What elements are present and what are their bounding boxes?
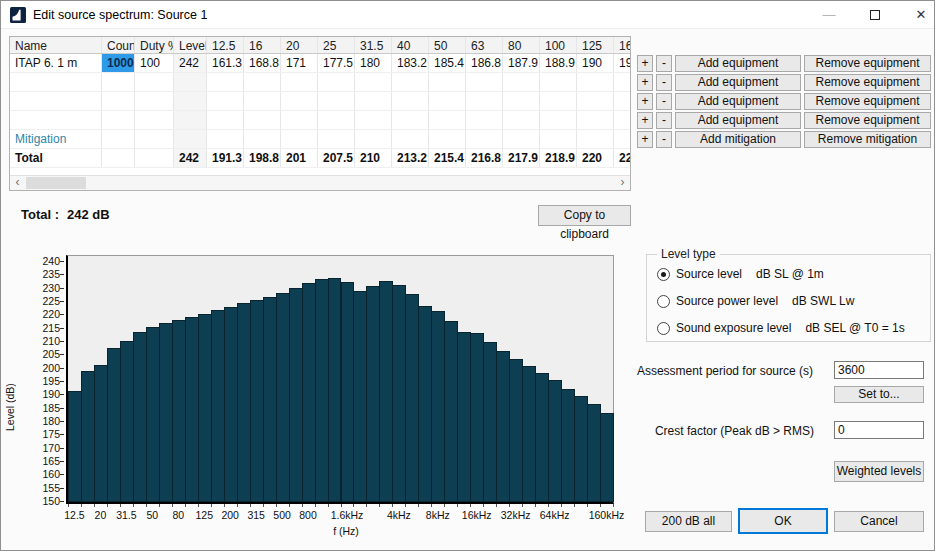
table-cell[interactable] xyxy=(503,130,540,148)
table-cell[interactable] xyxy=(318,130,355,148)
table-cell[interactable] xyxy=(540,111,577,129)
add-mitigation-button[interactable]: Add mitigation xyxy=(675,131,801,148)
table-cell[interactable] xyxy=(244,73,281,91)
table-cell[interactable] xyxy=(244,130,281,148)
table-cell[interactable] xyxy=(355,92,392,110)
minus-button[interactable]: - xyxy=(656,131,672,148)
radio-sound-exposure-level[interactable] xyxy=(657,322,670,335)
table-cell[interactable] xyxy=(614,130,631,148)
minus-button[interactable]: - xyxy=(656,55,672,72)
remove-mitigation-button[interactable]: Remove mitigation xyxy=(804,131,931,148)
table-cell[interactable] xyxy=(355,73,392,91)
minimize-button[interactable]: — xyxy=(807,1,851,29)
table-cell[interactable] xyxy=(318,111,355,129)
table-cell[interactable] xyxy=(10,92,102,110)
table-cell[interactable] xyxy=(10,73,102,91)
remove-equipment-button[interactable]: Remove equipment xyxy=(804,112,931,129)
add-equipment-button[interactable]: Add equipment xyxy=(675,74,801,91)
table-cell[interactable]: 19 xyxy=(614,54,631,72)
add-equipment-button[interactable]: Add equipment xyxy=(675,93,801,110)
table-cell[interactable] xyxy=(540,130,577,148)
table-cell[interactable] xyxy=(135,111,174,129)
table-cell[interactable] xyxy=(102,111,135,129)
table-cell[interactable] xyxy=(207,73,244,91)
table-cell[interactable] xyxy=(281,92,318,110)
table-cell[interactable]: 168.8 xyxy=(244,54,281,72)
table-cell[interactable] xyxy=(392,92,429,110)
table-cell[interactable]: 187.9 xyxy=(503,54,540,72)
table-cell[interactable] xyxy=(207,111,244,129)
radio-source-power-level[interactable] xyxy=(657,295,670,308)
table-cell[interactable] xyxy=(135,130,174,148)
table-cell[interactable] xyxy=(577,92,614,110)
table-cell[interactable] xyxy=(174,92,207,110)
table-cell[interactable] xyxy=(429,130,466,148)
level-type-option[interactable]: Source power leveldB SWL Lw xyxy=(657,294,854,308)
table-cell[interactable] xyxy=(244,111,281,129)
table-cell[interactable] xyxy=(281,111,318,129)
table-cell[interactable] xyxy=(318,73,355,91)
table-cell[interactable] xyxy=(207,130,244,148)
table-cell[interactable] xyxy=(429,111,466,129)
table-cell[interactable] xyxy=(577,73,614,91)
table-cell[interactable] xyxy=(392,111,429,129)
table-cell[interactable] xyxy=(466,92,503,110)
table-cell[interactable] xyxy=(466,73,503,91)
table-cell[interactable] xyxy=(244,92,281,110)
table-cell[interactable]: 185.4 xyxy=(429,54,466,72)
table-cell[interactable] xyxy=(466,111,503,129)
table-cell[interactable]: Mitigation xyxy=(10,130,102,148)
table-horizontal-scrollbar[interactable]: ‹ › xyxy=(10,175,630,190)
table-cell[interactable] xyxy=(102,73,135,91)
table-cell[interactable] xyxy=(281,130,318,148)
table-cell[interactable]: ITAP 6. 1 m xyxy=(10,54,102,72)
200-db-all-button[interactable]: 200 dB all xyxy=(645,511,732,532)
close-button[interactable]: ✕ xyxy=(899,1,935,29)
crest-factor-input[interactable] xyxy=(834,421,924,439)
remove-equipment-button[interactable]: Remove equipment xyxy=(804,74,931,91)
plus-button[interactable]: + xyxy=(637,112,653,129)
table-cell[interactable] xyxy=(174,73,207,91)
table-cell[interactable]: 161.3 xyxy=(207,54,244,72)
add-equipment-button[interactable]: Add equipment xyxy=(675,55,801,72)
table-cell[interactable]: 177.5 xyxy=(318,54,355,72)
table-cell[interactable] xyxy=(135,73,174,91)
table-cell[interactable] xyxy=(392,130,429,148)
copy-to-clipboard-button[interactable]: Copy to clipboard xyxy=(538,205,631,226)
weighted-levels-button[interactable]: Weighted levels xyxy=(834,461,924,482)
table-cell[interactable]: 183.2 xyxy=(392,54,429,72)
scrollbar-thumb[interactable] xyxy=(26,177,86,189)
plus-button[interactable]: + xyxy=(637,131,653,148)
scroll-right-icon[interactable]: › xyxy=(615,176,630,190)
table-cell[interactable]: 180 xyxy=(355,54,392,72)
table-cell[interactable] xyxy=(392,73,429,91)
level-type-option[interactable]: Sound exposure leveldB SEL @ T0 = 1s xyxy=(657,321,905,335)
table-cell[interactable] xyxy=(614,73,631,91)
table-cell[interactable] xyxy=(355,111,392,129)
minus-button[interactable]: - xyxy=(656,74,672,91)
set-to-button[interactable]: Set to... xyxy=(834,386,924,403)
table-cell[interactable] xyxy=(318,92,355,110)
table-cell[interactable] xyxy=(102,130,135,148)
table-cell[interactable] xyxy=(174,130,207,148)
table-cell[interactable] xyxy=(102,92,135,110)
table-cell[interactable] xyxy=(540,73,577,91)
minus-button[interactable]: - xyxy=(656,93,672,110)
table-cell[interactable] xyxy=(429,92,466,110)
table-cell[interactable] xyxy=(207,92,244,110)
table-cell[interactable] xyxy=(540,92,577,110)
table-cell[interactable] xyxy=(174,111,207,129)
table-cell[interactable] xyxy=(10,111,102,129)
cancel-button[interactable]: Cancel xyxy=(834,511,924,532)
add-equipment-button[interactable]: Add equipment xyxy=(675,112,801,129)
table-cell[interactable]: 171 xyxy=(281,54,318,72)
ok-button[interactable]: OK xyxy=(738,508,828,534)
table-cell[interactable]: 1000 xyxy=(102,54,135,72)
table-cell[interactable]: 186.8 xyxy=(466,54,503,72)
level-type-option[interactable]: Source leveldB SL @ 1m xyxy=(657,267,824,281)
table-cell[interactable] xyxy=(503,92,540,110)
table-cell[interactable] xyxy=(355,130,392,148)
table-cell[interactable] xyxy=(614,92,631,110)
table-cell[interactable]: 100 xyxy=(135,54,174,72)
minus-button[interactable]: - xyxy=(656,112,672,129)
